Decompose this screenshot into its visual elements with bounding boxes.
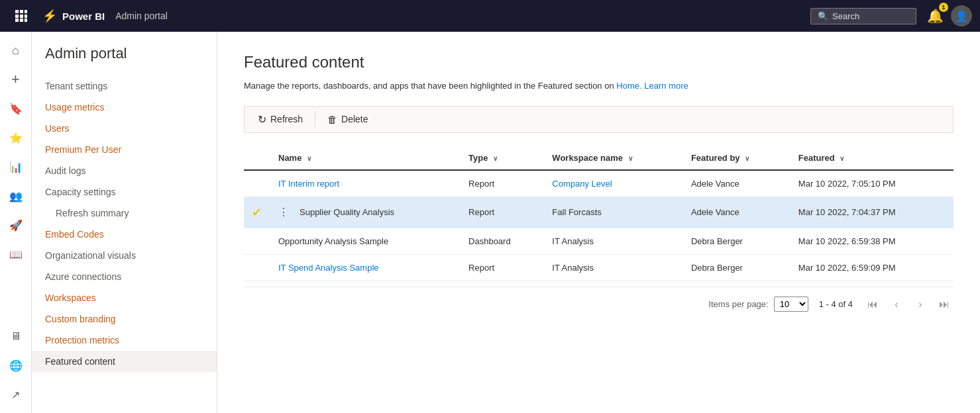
- toolbar-separator: [315, 111, 315, 127]
- prev-page-button[interactable]: ‹: [887, 295, 906, 314]
- content-description: Manage the reports, dashboards, and apps…: [244, 79, 953, 93]
- sidebar-item-embed-codes[interactable]: Embed Codes: [32, 224, 217, 245]
- svg-rect-0: [15, 10, 19, 13]
- row-workspace-link[interactable]: Company Level: [552, 179, 612, 189]
- sidebar: Admin portal Tenant settings Usage metri…: [32, 32, 217, 413]
- sidebar-item-premium-per-user[interactable]: Premium Per User: [32, 139, 217, 160]
- table-row[interactable]: ✔⋮Supplier Quality AnalysisReportFall Fo…: [244, 197, 953, 228]
- row-name-link[interactable]: IT Spend Analysis Sample: [278, 263, 379, 273]
- sidebar-item-capacity-settings[interactable]: Capacity settings: [32, 181, 217, 203]
- rail-learn[interactable]: 📖: [3, 241, 29, 267]
- svg-rect-1: [20, 10, 23, 13]
- refresh-icon: ↻: [258, 113, 266, 126]
- delete-icon: 🗑: [327, 114, 337, 125]
- items-per-page-label: Items per page:: [708, 299, 768, 309]
- sidebar-item-audit-logs[interactable]: Audit logs: [32, 160, 217, 181]
- featured-sort-icon: ∨: [840, 155, 844, 162]
- rail-people[interactable]: 👥: [3, 183, 29, 209]
- col-type[interactable]: Type ∨: [461, 146, 544, 170]
- rail-global[interactable]: 🌐: [3, 352, 29, 379]
- sidebar-item-featured-content[interactable]: Featured content: [32, 351, 217, 372]
- delete-button[interactable]: 🗑 Delete: [319, 110, 376, 129]
- description-text: Manage the reports, dashboards, and apps…: [244, 81, 614, 91]
- row-featured-date-cell: Mar 10 2022, 7:04:37 PM: [790, 197, 953, 228]
- row-featured-date-cell: Mar 10 2022, 6:59:09 PM: [790, 254, 953, 281]
- items-per-page-select[interactable]: 10 25 50 100: [774, 297, 808, 312]
- app-logo: ⚡ Power BI Admin portal: [42, 9, 168, 23]
- rail-expand[interactable]: ↗: [3, 381, 29, 408]
- grid-icon[interactable]: [8, 3, 34, 29]
- col-featured[interactable]: Featured ∨: [790, 146, 953, 170]
- workspace-sort-icon: ∨: [628, 155, 633, 162]
- svg-rect-4: [20, 15, 23, 18]
- row-featured-by-cell: Debra Berger: [683, 228, 790, 254]
- main-layout: ⌂ + 🔖 ⭐ 📊 👥 🚀 📖 🖥 🌐 ↗ Admin portal Tenan…: [0, 32, 980, 413]
- notification-badge: 1: [939, 3, 948, 12]
- row-type-cell: Report: [461, 170, 544, 197]
- rail-home[interactable]: ⌂: [3, 37, 29, 64]
- row-type-cell: Report: [461, 197, 544, 228]
- refresh-button[interactable]: ↻ Refresh: [250, 109, 311, 130]
- content-area: Featured content Manage the reports, das…: [217, 32, 980, 413]
- row-name-cell: Opportunity Analysis Sample: [270, 228, 461, 254]
- row-featured-by-cell: Debra Berger: [683, 254, 790, 281]
- table-header-row: Name ∨ Type ∨ Workspace name ∨ Featured …: [244, 146, 953, 170]
- col-workspace[interactable]: Workspace name ∨: [544, 146, 683, 170]
- learn-more-link[interactable]: Learn more: [644, 81, 688, 91]
- rail-favorites[interactable]: ⭐: [3, 124, 29, 151]
- row-context-menu[interactable]: ⋮: [278, 206, 289, 218]
- sidebar-item-tenant-settings[interactable]: Tenant settings: [32, 75, 217, 97]
- search-box[interactable]: 🔍 Search: [810, 8, 916, 24]
- sidebar-item-org-visuals[interactable]: Organizational visuals: [32, 245, 217, 266]
- user-avatar[interactable]: 👤: [951, 5, 972, 26]
- delete-label: Delete: [341, 114, 368, 124]
- sidebar-item-custom-branding[interactable]: Custom branding: [32, 308, 217, 330]
- next-page-button[interactable]: ›: [911, 295, 930, 314]
- rail-monitor[interactable]: 🖥: [3, 323, 29, 349]
- sidebar-item-protection-metrics[interactable]: Protection metrics: [32, 330, 217, 351]
- table-row[interactable]: IT Interim reportReportCompany LevelAdel…: [244, 170, 953, 197]
- sidebar-item-usage-metrics[interactable]: Usage metrics: [32, 97, 217, 118]
- row-name-cell: IT Interim report: [270, 170, 461, 197]
- sidebar-item-refresh-summary[interactable]: Refresh summary: [32, 203, 217, 224]
- rail-apps[interactable]: 🚀: [3, 212, 29, 238]
- search-label: Search: [832, 11, 859, 21]
- first-page-button[interactable]: ⏮: [863, 295, 882, 314]
- col-select: [244, 146, 270, 170]
- svg-rect-7: [20, 19, 23, 22]
- sidebar-item-users[interactable]: Users: [32, 118, 217, 139]
- row-name-link[interactable]: IT Interim report: [278, 179, 339, 189]
- powerbi-icon: ⚡: [42, 9, 57, 23]
- rail-dashboards[interactable]: 📊: [3, 154, 29, 180]
- row-check-icon: ✔: [252, 206, 262, 219]
- rail-bookmarks[interactable]: 🔖: [3, 95, 29, 122]
- topbar-icons: 🔔 1 👤: [924, 5, 972, 26]
- sidebar-item-azure-connections[interactable]: Azure connections: [32, 266, 217, 287]
- rail-create[interactable]: +: [3, 66, 29, 93]
- app-name: Power BI: [62, 11, 105, 22]
- pagination-range: 1 - 4 of 4: [819, 299, 853, 309]
- row-type-cell: Dashboard: [461, 228, 544, 254]
- sidebar-title: Admin portal: [32, 45, 217, 75]
- col-featured-by[interactable]: Featured by ∨: [683, 146, 790, 170]
- home-link[interactable]: Home.: [616, 81, 641, 91]
- row-name-cell: ⋮Supplier Quality Analysis: [270, 197, 461, 228]
- row-checkbox-cell: ✔: [244, 197, 270, 228]
- page-title: Featured content: [244, 53, 953, 71]
- row-featured-date-cell: Mar 10 2022, 6:59:38 PM: [790, 228, 953, 254]
- row-type-cell: Report: [461, 254, 544, 281]
- last-page-button[interactable]: ⏭: [935, 295, 953, 314]
- notification-bell[interactable]: 🔔 1: [924, 5, 946, 26]
- col-name[interactable]: Name ∨: [270, 146, 461, 170]
- svg-rect-2: [25, 10, 27, 13]
- row-name-cell: IT Spend Analysis Sample: [270, 254, 461, 281]
- pagination: Items per page: 10 25 50 100 1 - 4 of 4 …: [244, 287, 953, 322]
- table-row[interactable]: IT Spend Analysis SampleReportIT Analysi…: [244, 254, 953, 281]
- col-type-label: Type: [468, 153, 488, 163]
- avatar-icon: 👤: [955, 10, 968, 23]
- row-workspace-cell: Fall Forcasts: [544, 197, 683, 228]
- row-workspace-cell: IT Analysis: [544, 228, 683, 254]
- table-row[interactable]: Opportunity Analysis SampleDashboardIT A…: [244, 228, 953, 254]
- sidebar-item-workspaces[interactable]: Workspaces: [32, 287, 217, 308]
- row-featured-date-cell: Mar 10 2022, 7:05:10 PM: [790, 170, 953, 197]
